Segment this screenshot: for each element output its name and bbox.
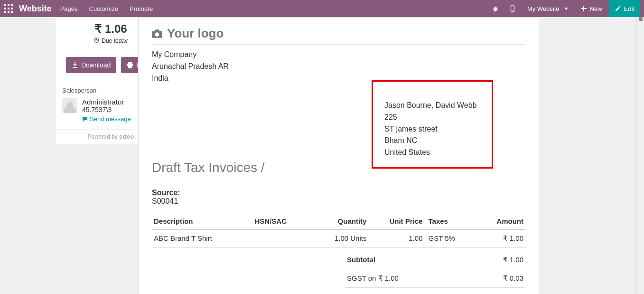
- svg-rect-6: [4, 11, 6, 13]
- plus-icon: [580, 5, 587, 12]
- col-quantity: Quantity: [305, 213, 369, 229]
- source-block: Source: S00041: [152, 189, 525, 206]
- svg-rect-2: [11, 4, 13, 6]
- logo-row: Your logo: [152, 23, 525, 45]
- svg-rect-4: [8, 8, 9, 9]
- cell-hsn: [252, 229, 305, 248]
- website-dropdown[interactable]: My Website: [522, 0, 574, 17]
- customer-line2: ST james street: [384, 123, 484, 135]
- new-button[interactable]: New: [575, 0, 608, 17]
- svg-rect-14: [73, 67, 77, 68]
- col-taxes: Taxes: [424, 213, 469, 229]
- svg-point-10: [512, 10, 513, 11]
- top-nav: Pages Customize Promote: [60, 5, 153, 12]
- totals-value: ₹ 0.03: [503, 274, 523, 283]
- svg-rect-19: [155, 29, 159, 31]
- svg-rect-0: [4, 4, 6, 6]
- company-block: My Company Arunachal Pradesh AR India: [152, 49, 525, 84]
- table-row: ABC Brand T Shirt 1.00 Units 1.00 GST 5%…: [152, 229, 525, 248]
- source-value: S00041: [152, 197, 525, 206]
- download-label: Download: [81, 61, 111, 69]
- company-region: Arunachal Pradesh AR: [152, 61, 525, 73]
- scroll-up-icon[interactable]: [639, 17, 643, 21]
- totals-label: Subtotal: [347, 256, 375, 264]
- totals-row: CGST on ₹ 1.00 ₹ 0.03: [345, 288, 525, 294]
- clock-icon: [94, 38, 99, 44]
- svg-rect-12: [581, 8, 587, 9]
- chevron-down-icon: [564, 8, 568, 10]
- topbar: Website Pages Customize Promote My Websi…: [0, 0, 644, 17]
- download-button[interactable]: Download: [66, 57, 116, 73]
- totals-block: Subtotal ₹ 1.00 SGST on ₹ 1.00 ₹ 0.03 CG…: [345, 251, 525, 294]
- table-header-row: Description HSN/SAC Quantity Unit Price …: [152, 213, 525, 229]
- company-name: My Company: [152, 49, 525, 61]
- svg-rect-5: [11, 8, 13, 9]
- cell-taxes: GST 5%: [424, 229, 469, 248]
- totals-row: SGST on ₹ 1.00 ₹ 0.03: [345, 269, 525, 288]
- totals-row: Subtotal ₹ 1.00: [345, 251, 525, 269]
- topbar-right: My Website New Edit: [487, 0, 640, 17]
- avatar: [62, 98, 77, 113]
- mobile-icon[interactable]: [504, 0, 521, 17]
- nav-pages[interactable]: Pages: [60, 5, 78, 12]
- svg-rect-1: [8, 4, 9, 6]
- camera-icon: [152, 28, 162, 39]
- chat-icon: [82, 116, 88, 122]
- customer-country: United States: [384, 147, 484, 159]
- customer-name: Jason Bourne, David Webb: [384, 100, 484, 112]
- customer-address-box: Jason Bourne, David Webb 225 ST james st…: [372, 80, 493, 169]
- scrollbar[interactable]: [636, 17, 644, 294]
- customer-line1: 225: [384, 112, 484, 123]
- pencil-icon: [615, 5, 621, 12]
- col-unit-price: Unit Price: [368, 213, 424, 229]
- col-description: Description: [152, 213, 252, 229]
- cell-unit-price: 1.00: [368, 229, 424, 248]
- cell-quantity: 1.00 Units: [305, 229, 369, 248]
- edit-button-label: Edit: [624, 5, 635, 12]
- download-icon: [72, 62, 78, 68]
- cell-description: ABC Brand T Shirt: [152, 229, 252, 248]
- bug-icon[interactable]: [487, 0, 504, 17]
- totals-value: ₹ 1.00: [503, 256, 523, 264]
- svg-rect-3: [4, 8, 6, 9]
- cell-amount: ₹ 1.00: [469, 229, 525, 248]
- website-dropdown-label: My Website: [527, 5, 560, 12]
- totals-label: SGST on ₹ 1.00: [347, 274, 399, 283]
- invoice-lines-table: Description HSN/SAC Quantity Unit Price …: [152, 213, 525, 248]
- edit-button[interactable]: Edit: [609, 0, 640, 17]
- col-hsn: HSN/SAC: [252, 213, 305, 229]
- svg-rect-8: [11, 11, 13, 13]
- nav-promote[interactable]: Promote: [130, 5, 153, 12]
- apps-icon[interactable]: [0, 0, 17, 17]
- customer-city: Bham NC: [384, 135, 484, 147]
- svg-point-20: [155, 32, 159, 37]
- app-brand[interactable]: Website: [17, 4, 60, 14]
- new-button-label: New: [590, 5, 602, 12]
- source-label: Source:: [152, 189, 525, 197]
- nav-customize[interactable]: Customize: [89, 5, 118, 12]
- col-amount: Amount: [469, 213, 525, 229]
- svg-rect-7: [8, 11, 9, 13]
- invoice-document: Your logo My Company Arunachal Pradesh A…: [138, 17, 539, 294]
- logo-text: Your logo: [167, 26, 224, 41]
